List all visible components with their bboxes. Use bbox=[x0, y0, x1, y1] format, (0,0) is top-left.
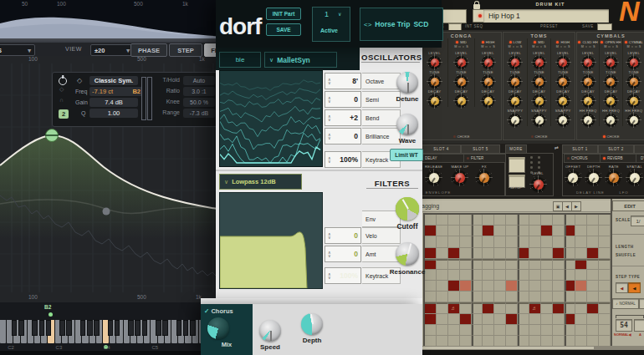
seq-step[interactable] bbox=[575, 292, 587, 302]
seq-step[interactable] bbox=[599, 236, 611, 247]
level-knob[interactable] bbox=[509, 56, 521, 68]
decay-knob[interactable] bbox=[605, 94, 617, 107]
bend-stepper[interactable]: ∧∨+2 bbox=[325, 109, 361, 126]
tune-knob[interactable] bbox=[509, 75, 521, 88]
seq-step[interactable] bbox=[565, 302, 576, 313]
seq-step[interactable] bbox=[599, 226, 611, 236]
seq-step[interactable] bbox=[437, 292, 448, 302]
piano-key-black[interactable] bbox=[87, 320, 93, 336]
seq-step[interactable] bbox=[541, 270, 553, 281]
decay-knob[interactable] bbox=[582, 94, 595, 107]
seq-step[interactable] bbox=[565, 281, 576, 292]
wavetable-tab-fragment[interactable]: ble bbox=[219, 52, 261, 68]
seq-step[interactable] bbox=[529, 259, 541, 270]
seq-step[interactable] bbox=[575, 325, 587, 336]
piano-key-black[interactable] bbox=[162, 320, 168, 336]
seq-step[interactable] bbox=[425, 281, 437, 292]
seq-step[interactable] bbox=[425, 236, 437, 247]
seq-step[interactable] bbox=[553, 259, 565, 270]
seq-step[interactable] bbox=[518, 248, 529, 259]
spatial-knob[interactable] bbox=[627, 170, 641, 185]
level-knob[interactable] bbox=[557, 56, 570, 68]
seq-step[interactable] bbox=[460, 270, 472, 281]
level-knob[interactable] bbox=[455, 56, 468, 68]
seq-step[interactable] bbox=[494, 248, 506, 259]
snappy-knob[interactable] bbox=[533, 114, 545, 126]
ratio-value[interactable]: 3.0 :1 bbox=[183, 87, 215, 96]
seq-step[interactable] bbox=[587, 248, 599, 259]
seq-step[interactable] bbox=[518, 325, 529, 336]
range-dropdown[interactable]: ±20 ▾ bbox=[90, 44, 134, 56]
seq-step[interactable] bbox=[425, 292, 437, 302]
seq-step[interactable] bbox=[529, 248, 541, 259]
tune-knob[interactable] bbox=[455, 75, 468, 88]
seq-step[interactable] bbox=[506, 259, 518, 270]
seq-step[interactable] bbox=[437, 215, 448, 226]
step-button[interactable]: STEP bbox=[169, 43, 202, 57]
chorus-title[interactable]: ✓ Chorus bbox=[204, 307, 233, 315]
seq-step[interactable] bbox=[599, 314, 611, 325]
phase-button[interactable]: PHASE bbox=[130, 43, 167, 57]
seq-step[interactable] bbox=[575, 281, 587, 292]
seq-step[interactable] bbox=[506, 215, 518, 226]
gain-value[interactable]: 7.4 dB bbox=[89, 98, 138, 107]
next-pattern-button[interactable]: ▶ bbox=[571, 201, 581, 211]
seq-step[interactable] bbox=[483, 292, 494, 302]
seq-step[interactable] bbox=[460, 248, 472, 259]
seq-step[interactable] bbox=[587, 270, 599, 281]
seq-step[interactable] bbox=[494, 325, 506, 336]
seq-step[interactable] bbox=[494, 226, 506, 236]
seq-step[interactable] bbox=[541, 215, 553, 226]
seq-step[interactable] bbox=[437, 236, 448, 247]
seq-step[interactable] bbox=[506, 226, 518, 236]
amt-stepper[interactable]: ∧∨0 bbox=[325, 246, 361, 262]
eq-node-inactive[interactable] bbox=[103, 208, 110, 216]
value-display[interactable]: 54 bbox=[616, 319, 632, 332]
seq-step[interactable] bbox=[460, 302, 472, 313]
seq-step[interactable] bbox=[553, 270, 565, 281]
seq-step[interactable] bbox=[599, 259, 611, 270]
filter-type-menu[interactable]: ∨ Lowpass 12dB bbox=[219, 174, 302, 190]
seq-step[interactable] bbox=[518, 281, 529, 292]
seq-step[interactable] bbox=[529, 292, 541, 302]
seq-step[interactable] bbox=[541, 236, 553, 247]
seq-step[interactable] bbox=[541, 226, 553, 236]
seq-step[interactable] bbox=[553, 281, 565, 292]
seq-step[interactable] bbox=[553, 292, 565, 302]
seq-step[interactable] bbox=[494, 259, 506, 270]
seq-step[interactable] bbox=[483, 215, 494, 226]
seq-step[interactable] bbox=[437, 226, 448, 236]
seq-step[interactable] bbox=[587, 302, 599, 313]
seq-step[interactable] bbox=[483, 302, 494, 313]
seq-step[interactable] bbox=[472, 314, 483, 325]
cutoff-knob[interactable] bbox=[396, 197, 419, 221]
decay-knob[interactable] bbox=[482, 94, 494, 107]
seq-step[interactable] bbox=[553, 302, 565, 313]
rate-knob[interactable] bbox=[606, 170, 621, 185]
mute-solo-indicators[interactable]: MS bbox=[604, 44, 618, 49]
seq-step[interactable]: ♬ bbox=[448, 302, 460, 313]
tab-partial[interactable] bbox=[639, 298, 644, 309]
seq-step[interactable] bbox=[565, 292, 576, 302]
seq-step[interactable] bbox=[448, 292, 460, 302]
seq-step[interactable] bbox=[553, 248, 565, 259]
seq-step[interactable] bbox=[599, 302, 611, 313]
seq-step[interactable] bbox=[494, 236, 506, 247]
seq-step[interactable] bbox=[448, 325, 460, 336]
seq-step[interactable] bbox=[494, 302, 506, 313]
seq-step[interactable] bbox=[565, 259, 576, 270]
fx-cell-delay[interactable]: DELAY bbox=[422, 154, 464, 163]
release-knob[interactable] bbox=[427, 170, 441, 185]
seq-step[interactable] bbox=[425, 215, 437, 226]
seq-step[interactable] bbox=[529, 236, 541, 247]
seq-step[interactable] bbox=[575, 314, 587, 325]
seq-step[interactable] bbox=[460, 226, 472, 236]
piano-key-black[interactable] bbox=[128, 320, 134, 336]
seq-step[interactable] bbox=[565, 325, 576, 336]
tune-knob[interactable] bbox=[428, 75, 441, 88]
piano-key-black[interactable] bbox=[94, 320, 100, 336]
seq-step[interactable] bbox=[541, 325, 553, 336]
seq-step[interactable] bbox=[460, 314, 472, 325]
seq-step[interactable] bbox=[483, 270, 494, 281]
seq-step[interactable] bbox=[541, 302, 553, 313]
